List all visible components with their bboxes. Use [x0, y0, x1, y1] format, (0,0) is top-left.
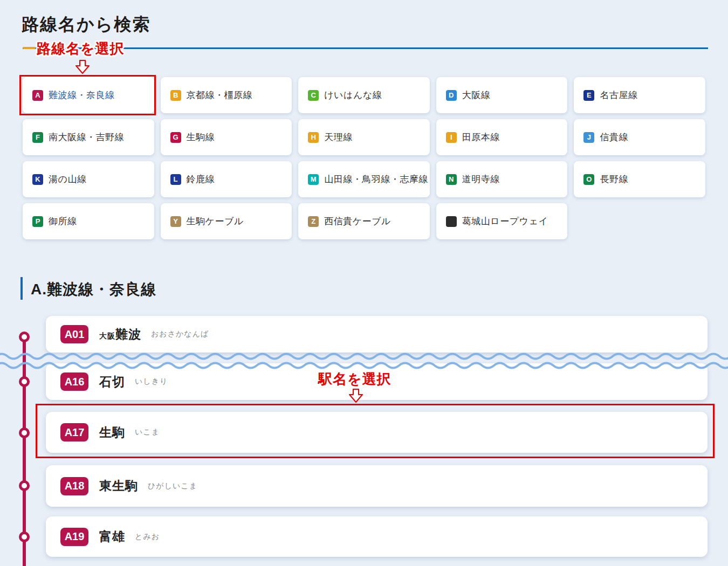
line-search-page: 路線名から検索 路線名を選択 A 難波線・奈良線 B 京都線・橿原線 C けいは… [0, 0, 728, 566]
line-badge-icon: N [446, 174, 457, 185]
route-stop-icon [19, 480, 30, 491]
station-kana: いしきり [135, 377, 168, 386]
line-badge-icon: A [32, 90, 43, 101]
station-code-badge: A16 [60, 372, 88, 391]
line-label: 長野線 [600, 173, 628, 185]
down-arrow-icon [349, 389, 363, 403]
line-card-osaka[interactable]: D 大阪線 [436, 77, 568, 113]
line-card-domyoji[interactable]: N 道明寺線 [436, 161, 568, 197]
line-card-shigi[interactable]: J 信貴線 [574, 119, 705, 155]
line-badge-icon: F [32, 132, 43, 143]
select-station-callout: 駅名を選択 [318, 370, 392, 389]
line-label: 生駒線 [187, 131, 215, 143]
line-card-nishishigi-cable[interactable]: Z 西信貴ケーブル [298, 203, 430, 239]
section-divider [23, 47, 708, 49]
divider-dash [23, 47, 36, 49]
line-card-kyotokashihara[interactable]: B 京都線・橿原線 [161, 77, 292, 113]
line-badge-icon: J [583, 132, 594, 143]
line-badge-icon: G [170, 132, 181, 143]
line-badge-icon: O [583, 174, 594, 185]
line-badge-icon: K [32, 174, 43, 185]
line-label: 山田線・鳥羽線・志摩線 [324, 173, 428, 185]
down-arrow-icon [75, 60, 90, 74]
station-code-badge: A17 [60, 423, 88, 441]
line-card-nagano[interactable]: O 長野線 [574, 161, 705, 197]
line-card-minamiosaka[interactable]: F 南大阪線・吉野線 [23, 119, 154, 155]
station-code-badge: A18 [60, 477, 88, 495]
line-label: けいはんな線 [324, 89, 382, 101]
line-badge-icon: P [32, 216, 43, 227]
station-row-a18[interactable]: A18 東生駒 ひがしいこま [46, 465, 708, 507]
section-title: A.難波線・奈良線 [31, 279, 156, 300]
line-label: 西信貴ケーブル [324, 215, 391, 227]
station-name: 東生駒 [99, 478, 138, 494]
line-card-katsuragi-ropeway[interactable]: 葛城山ロープウェイ [436, 203, 568, 239]
line-card-ikoma[interactable]: G 生駒線 [161, 119, 292, 155]
line-badge-icon: H [308, 132, 319, 143]
station-name: 大阪難波 [99, 326, 141, 343]
station-kana: とみお [135, 532, 160, 542]
station-row-a01[interactable]: A01 大阪難波 おおさかなんば [46, 316, 708, 353]
station-row-a19[interactable]: A19 富雄 とみお [46, 516, 708, 557]
select-line-callout: 路線名を選択 [37, 39, 125, 58]
line-label: 信貴線 [600, 131, 628, 143]
route-stop-icon [19, 427, 30, 438]
station-kana: おおさかなんば [151, 329, 209, 339]
line-badge-icon [446, 216, 457, 227]
section-title-bar [20, 277, 23, 300]
line-label: 葛城山ロープウェイ [462, 215, 548, 227]
line-badge-icon: Z [308, 216, 319, 227]
station-code-badge: A19 [60, 528, 88, 546]
line-label: 難波線・奈良線 [49, 89, 115, 101]
station-name: 生駒 [99, 424, 125, 441]
line-card-ikoma-cable[interactable]: Y 生駒ケーブル [161, 203, 292, 239]
line-label: 御所線 [49, 215, 77, 227]
line-label: 南大阪線・吉野線 [49, 131, 124, 143]
line-card-tenri[interactable]: H 天理線 [298, 119, 430, 155]
station-row-a17[interactable]: A17 生駒 いこま [46, 412, 708, 453]
route-stop-icon [19, 532, 30, 542]
line-card-gose[interactable]: P 御所線 [23, 203, 154, 239]
line-badge-icon: D [446, 90, 457, 101]
line-card-keihanna[interactable]: C けいはんな線 [298, 77, 430, 113]
line-label: 道明寺線 [462, 173, 500, 185]
route-stop-icon [19, 376, 30, 387]
page-title: 路線名から検索 [22, 13, 151, 37]
line-badge-icon: C [308, 90, 319, 101]
line-label: 生駒ケーブル [187, 215, 244, 227]
line-card-tawaramoto[interactable]: I 田原本線 [436, 119, 568, 155]
line-badge-icon: L [170, 174, 181, 185]
line-label: 鈴鹿線 [187, 173, 215, 185]
line-label: 田原本線 [462, 131, 500, 143]
line-badge-icon: M [308, 174, 319, 185]
line-label: 京都線・橿原線 [187, 89, 253, 101]
line-badge-icon: Y [170, 216, 181, 227]
line-card-nagoya[interactable]: E 名古屋線 [574, 77, 705, 113]
station-code-badge: A01 [60, 325, 88, 343]
line-badge-icon: B [170, 90, 181, 101]
line-card-yunoyama[interactable]: K 湯の山線 [23, 161, 154, 197]
line-label: 名古屋線 [600, 89, 637, 101]
line-badge-icon: E [583, 90, 594, 101]
station-kana: ひがしいこま [148, 481, 197, 491]
line-card-yamada-toba-shima[interactable]: M 山田線・鳥羽線・志摩線 [298, 161, 430, 197]
line-card-suzuka[interactable]: L 鈴鹿線 [161, 161, 292, 197]
route-stop-icon [19, 332, 30, 342]
station-kana: いこま [135, 427, 160, 437]
line-grid: A 難波線・奈良線 B 京都線・橿原線 C けいはんな線 D 大阪線 E 名古屋… [23, 77, 705, 239]
line-badge-icon: I [446, 132, 457, 143]
station-name: 石切 [99, 374, 125, 390]
station-name: 富雄 [99, 528, 125, 545]
line-label: 大阪線 [462, 89, 491, 101]
line-label: 天理線 [324, 131, 353, 143]
line-label: 湯の山線 [49, 173, 86, 185]
line-card-nambanara[interactable]: A 難波線・奈良線 [23, 77, 154, 113]
